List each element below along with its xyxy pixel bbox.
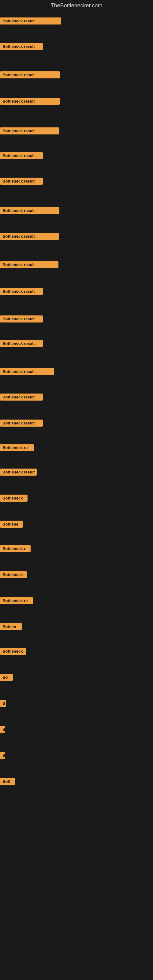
bottleneck-result-item: Bottleneck result bbox=[0, 261, 59, 268]
bottleneck-result-item: Bottleneck result bbox=[0, 233, 59, 240]
bottleneck-result-item: Bottleneck result bbox=[0, 207, 59, 214]
bottleneck-result-item: Bott bbox=[0, 778, 15, 785]
bottleneck-result-item: Bottleneck result bbox=[0, 98, 60, 105]
bottleneck-result-item: Bo bbox=[0, 674, 13, 681]
bottleneck-result-item: B bbox=[0, 726, 5, 733]
bottleneck-result-item: Bottleneck result bbox=[0, 18, 61, 24]
bottleneck-result-item: B bbox=[0, 752, 5, 759]
bottleneck-result-item: Bottleneck result bbox=[0, 152, 43, 159]
bottleneck-result-item: Bottleneck bbox=[0, 495, 27, 502]
bottleneck-result-item: Bottleneck result bbox=[0, 315, 43, 323]
bottleneck-result-item: Bottleneck re bbox=[0, 444, 33, 451]
bottleneck-result-item: B bbox=[0, 700, 6, 707]
bottleneck-result-item: Bottleneck result bbox=[0, 340, 43, 347]
bottleneck-result-item: Bottleneck result bbox=[0, 393, 43, 401]
bottleneck-result-item: Bottlen bbox=[0, 623, 22, 630]
bottleneck-result-item: Bottleneck result bbox=[0, 43, 43, 50]
bottleneck-result-item: Bottleneck result bbox=[0, 368, 54, 375]
bottleneck-result-item: Bottleneck result bbox=[0, 178, 43, 185]
bottleneck-result-item: Bottleneck result bbox=[0, 469, 37, 476]
bottleneck-result-item: Bottleneck result bbox=[0, 288, 43, 295]
bottleneck-result-item: Bottleneck result bbox=[0, 420, 43, 426]
site-title: TheBottlenecker.com bbox=[0, 0, 153, 11]
bottleneck-result-item: Bottleneck result bbox=[0, 72, 60, 78]
bottleneck-result-item: Bottleneck bbox=[0, 648, 26, 655]
bottleneck-result-item: Bottleneck bbox=[0, 571, 27, 578]
bottleneck-result-item: Bottleneck re bbox=[0, 597, 33, 604]
bottleneck-result-item: Bottleneck result bbox=[0, 127, 59, 134]
bottleneck-result-item: Bottlene bbox=[0, 520, 23, 528]
bottleneck-result-item: Bottleneck r bbox=[0, 545, 30, 552]
